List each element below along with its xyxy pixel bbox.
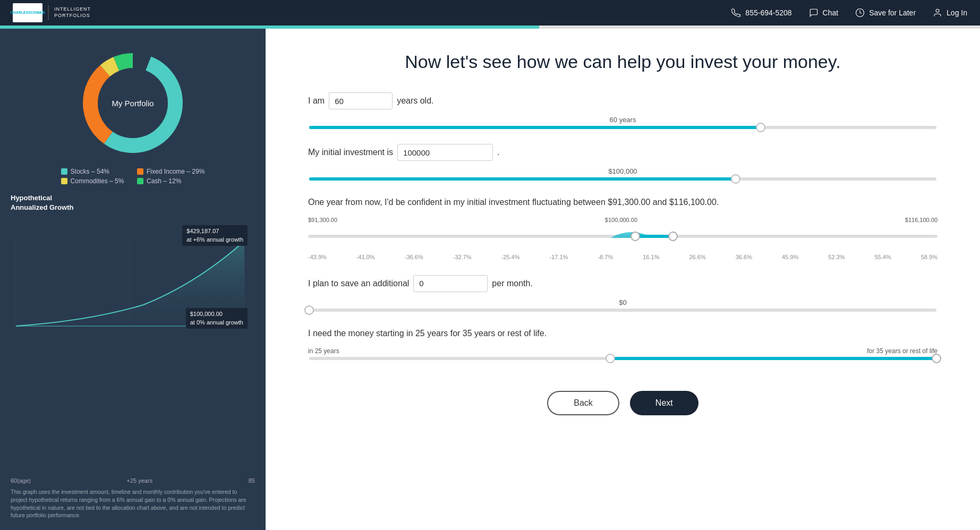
timeline-sentence: I need the money starting in 25 years fo… [308,327,938,340]
investment-slider-section: $100,000 [308,167,938,181]
tolerance-high-val: $116,100.00 [905,217,938,223]
save-nav[interactable]: Save for Later [855,8,916,18]
investment-row: My initial investment is . [308,144,938,161]
tolerance-low-val: $91,300.00 [308,217,337,223]
investment-section: My initial investment is . $100,000 [308,144,938,181]
timeline-slider-wrapper [308,357,938,360]
monthly-slider-track[interactable] [309,309,936,312]
donut-wrapper: My Portfolio [74,45,191,161]
logo-box: CHARLES SCHWAB [13,3,42,22]
pct-4: -32.7% [453,254,472,260]
pct-12: 52.3% [828,254,845,260]
investment-slider-track[interactable] [309,177,936,181]
monthly-slider-thumb[interactable] [304,305,314,315]
phone-nav[interactable]: 855-694-5208 [731,8,791,18]
axis-mid: +25 years [127,477,153,484]
age-slider-fill [309,126,761,129]
investment-slider-fill [309,177,736,181]
left-panel: My Portfolio Stocks – 54% Fixed Income –… [0,29,266,530]
age-row: I am years old. [308,92,938,109]
pct-7: -8.7% [598,254,613,260]
chat-label: Chat [823,8,839,17]
investment-input[interactable] [397,144,493,161]
pct-10: 36.6% [736,254,752,260]
monthly-prefix: I plan to save an additional [308,279,409,288]
stocks-color [61,168,67,175]
main-layout: My Portfolio Stocks – 54% Fixed Income –… [0,29,980,530]
age-input[interactable] [329,92,393,109]
age-prefix: I am [308,96,325,106]
timeline-left-fill [309,357,610,360]
tolerance-right-thumb[interactable] [668,232,678,241]
age-slider-thumb[interactable] [756,123,765,132]
commodities-color [61,178,67,184]
phone-number: 855-694-5208 [745,8,791,17]
save-label: Save for Later [869,8,916,17]
age-section: I am years old. 60 years [308,92,938,129]
timeline-slider-thumb[interactable] [606,354,615,363]
legend-stocks: Stocks – 54% [61,168,129,175]
chart-area: $429,187.07at +6% annual growth $100,000… [11,215,255,475]
pct-1: -43.9% [308,254,327,260]
pct-2: -41.0% [356,254,375,260]
monthly-slider-label: $0 [308,298,938,306]
pct-9: 26.6% [689,254,705,260]
axis-start: 60(age) [11,477,31,484]
progress-bar [0,25,980,29]
investment-prefix: My initial investment is [308,148,393,157]
portfolio-label: My Portfolio [112,99,154,108]
cash-color [137,178,143,184]
timeline-start-label: in 25 years [308,347,339,355]
investment-suffix: . [497,148,499,157]
svg-point-1 [936,9,939,12]
login-label: Log In [947,8,967,17]
legend-commodities: Commodities – 5% [61,177,129,185]
chat-nav[interactable]: Chat [809,8,839,18]
chart-section: Hypothetical Annualized Growth [11,193,255,519]
tolerance-slider[interactable] [308,225,938,252]
tooltip-high: $429,187.07at +6% annual growth [182,225,248,246]
investment-slider-thumb[interactable] [731,174,740,184]
timeline-end-label: for 35 years or rest of life [867,347,938,355]
fixed-color [137,168,143,175]
fixed-label: Fixed Income – 29% [147,168,204,175]
timeline-end-thumb[interactable] [932,354,941,363]
tolerance-left-thumb[interactable] [630,232,640,241]
tolerance-value-labels: $91,300.00 $100,000.00 $116,100.00 [308,217,938,223]
timeline-right-fill [610,357,936,360]
timeline-label-row: in 25 years for 35 years or rest of life [308,347,938,355]
pct-8: 16.1% [643,254,659,260]
stocks-label: Stocks – 54% [71,168,109,175]
monthly-slider-section: $0 [308,298,938,312]
logo: CHARLES SCHWAB INTELLIGENT PORTFOLIOS [13,3,91,22]
age-suffix: years old. [397,96,433,106]
timeline-slider-track[interactable] [309,357,936,360]
chart-axis: 60(age) +25 years 85 [11,477,255,484]
investment-slider-label: $100,000 [308,167,938,175]
monthly-input[interactable] [413,275,488,292]
right-panel: Now let's see how we can help you invest… [266,29,980,530]
monthly-row: I plan to save an additional per month. [308,275,938,292]
axis-end: 85 [249,477,255,484]
age-slider-label: 60 years [308,116,938,124]
button-row: Back Next [308,391,938,415]
age-slider-track[interactable] [309,126,936,129]
chart-disclaimer: This graph uses the investment amount, t… [11,488,255,519]
logo-text: INTELLIGENT PORTFOLIOS [54,6,91,19]
pct-13: 55.4% [874,254,891,260]
login-nav[interactable]: Log In [933,8,967,18]
chart-title-line2: Annualized Growth [11,203,73,211]
donut-container: My Portfolio Stocks – 54% Fixed Income –… [11,39,255,185]
monthly-suffix: per month. [492,279,532,288]
pct-3: -36.6% [405,254,423,260]
chart-title: Hypothetical Annualized Growth [11,193,255,212]
app-header: CHARLES SCHWAB INTELLIGENT PORTFOLIOS 85… [0,0,980,25]
tooltip-low: $100,000.00at 0% annual growth [186,308,248,329]
pct-5: -25.4% [501,254,520,260]
next-button[interactable]: Next [630,391,698,415]
tolerance-track [308,235,938,238]
progress-fill [0,25,539,29]
legend-fixed: Fixed Income – 29% [137,168,204,175]
back-button[interactable]: Back [547,391,619,415]
legend: Stocks – 54% Fixed Income – 29% Commodit… [61,168,205,185]
